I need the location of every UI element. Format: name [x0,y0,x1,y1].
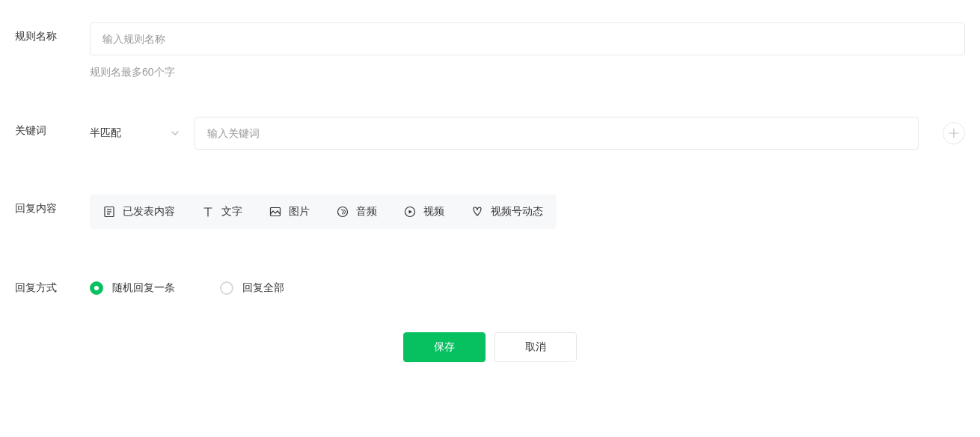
tab-published-label: 已发表内容 [123,205,175,218]
radio-random[interactable]: 随机回复一条 [90,281,175,295]
rule-name-input[interactable] [90,22,965,55]
plus-icon [949,128,959,138]
tab-channels[interactable]: 视频号动态 [471,205,543,218]
match-type-select[interactable]: 半匹配 [90,126,180,140]
cancel-button[interactable]: 取消 [494,332,577,362]
svg-point-5 [338,207,348,217]
radio-all-label: 回复全部 [242,281,284,295]
audio-icon [337,206,349,218]
image-icon [269,206,281,218]
tab-video-label: 视频 [423,205,444,218]
radio-random-label: 随机回复一条 [112,281,175,295]
tab-audio[interactable]: 音频 [337,205,377,218]
save-button[interactable]: 保存 [403,332,486,362]
text-icon [202,206,214,218]
radio-circle-icon [90,281,103,295]
tab-video[interactable]: 视频 [404,205,444,218]
channels-icon [471,206,483,218]
radio-circle-icon [220,281,233,295]
keyword-label: 关键词 [15,117,90,138]
tab-published[interactable]: 已发表内容 [103,205,175,218]
tab-image-label: 图片 [289,205,310,218]
reply-mode-label: 回复方式 [15,281,90,295]
rule-name-hint: 规则名最多60个字 [90,66,965,79]
tab-audio-label: 音频 [356,205,377,218]
rule-name-label: 规则名称 [15,22,90,43]
chevron-down-icon [171,129,180,138]
tab-text[interactable]: 文字 [202,205,242,218]
video-icon [404,206,416,218]
radio-all[interactable]: 回复全部 [220,281,284,295]
article-icon [103,206,115,218]
keyword-input[interactable] [195,117,919,150]
match-type-text: 半匹配 [90,126,121,140]
add-keyword-button[interactable] [943,122,965,144]
tab-image[interactable]: 图片 [269,205,310,218]
reply-content-label: 回复内容 [15,195,90,216]
tab-channels-label: 视频号动态 [491,205,543,218]
tab-text-label: 文字 [221,205,242,218]
